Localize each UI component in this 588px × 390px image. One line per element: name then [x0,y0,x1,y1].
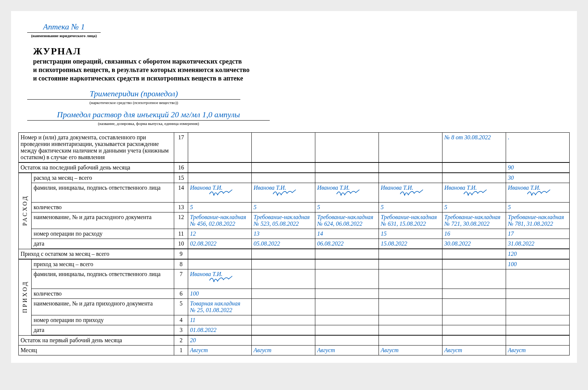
cell [379,133,442,163]
row-num: 4 [174,315,188,325]
doc-num: № 624, 06.08.2022 [317,221,362,227]
cell [442,173,506,183]
rashod-vertical: РАСХОД [19,173,32,249]
table-row: дата 3 01.08.2022 [19,325,570,336]
cell [315,335,379,346]
cell: 30.08.2022 [442,239,506,249]
cell [506,325,569,336]
row-num: 11 [174,229,188,239]
cell [506,269,569,289]
cell: Август [315,346,379,355]
doc-num: № 523, 05.08.2022 [254,221,299,227]
signature-cell: Иванова Т.И. [506,183,569,203]
cell: 11 [188,315,251,325]
cell [251,249,315,259]
journal-table: Номер и (или) дата документа, составленн… [18,132,570,355]
row-label: дата [32,325,174,336]
cell: Август [442,346,506,355]
cell: 17 [506,229,569,239]
cell: № 8 от 30.08.2022 [442,133,506,163]
row-num: 15 [174,173,188,183]
title-line3: и состояние наркотических средств и псих… [33,75,570,82]
cell [442,259,506,269]
row-num: 10 [174,239,188,249]
row-num: 7 [174,269,188,289]
cell: 13 [251,229,315,239]
cell [379,162,442,173]
prihod-vertical: ПРИХОД [19,259,32,335]
cell: 20 [188,335,251,346]
signature-name: Иванова Т.И. [190,271,223,277]
row-label: Номер и (или) дата документа, составленн… [19,133,174,163]
cell [379,315,442,325]
cell [506,335,569,346]
signature-name: Иванова Т.И. [254,185,286,191]
cell: Август [188,346,251,355]
table-row: фамилия, инициалы, подпись ответствен­но… [19,269,570,289]
doc-name: Требование-накладная [444,214,501,220]
doc-num: № 721, 30.08.2022 [444,221,490,227]
cell [188,249,251,259]
signature-name: Иванова Т.И. [444,185,477,191]
table-row: Приход с остатком за месяц – всего 9 120 [19,249,570,259]
cell [251,335,315,346]
row-label: приход за месяц – всего [32,259,174,269]
cell: 30 [506,173,569,183]
row-num: 9 [174,249,188,259]
cell [315,249,379,259]
cell: Август [379,346,442,355]
doc-name: Требование-накладная [190,214,246,220]
title-line2: и психотропных веществ, в результате кот… [33,66,570,74]
signature-cell: Иванова Т.И. [379,183,442,203]
drug-block: Тримеперидин (промедол) (наркотическое с… [27,89,240,105]
rashod-text: РАСХОД [22,195,28,226]
signature-name: Иванова Т.И. [381,185,413,191]
table-row: номер операции по приходу 4 11 [19,315,570,325]
form-block: Промедол раствор для инъекций 20 мг/мл 1… [27,110,270,126]
row-num: 8 [174,259,188,269]
cell: 01.08.2022 [188,325,251,336]
cell: 31.08.2022 [506,239,569,249]
pharmacy-name: Аптека № 1 [27,22,101,33]
doc-num: № 456, 02.08.2022 [190,221,235,227]
cell [188,173,251,183]
row-label: Остаток на последний рабочий день месяца [19,162,174,173]
row-num: 5 [174,299,188,315]
cell: 5 [188,203,251,212]
cell: 16 [442,229,506,239]
cell [251,259,315,269]
cell: 5 [506,203,569,212]
table-row: РАСХОД расход за месяц – всего 15 30 [19,173,570,183]
cell: 14 [315,229,379,239]
table-row: Номер и (или) дата документа, составленн… [19,133,570,163]
pharmacy-caption: (наименование юридического лица) [27,33,101,38]
cell [315,133,379,163]
prihod-text: ПРИХОД [22,280,28,313]
table-row: наименование, № и дата расходного доку­м… [19,212,570,229]
cell [188,259,251,269]
doc-name: Требование-накладная [254,214,310,220]
cell [251,162,315,173]
cell: 12 [188,229,251,239]
cell [315,299,379,315]
row-label: наименование, № и дата приходного докуме… [32,299,174,315]
signature-name: Иванова Т.И. [190,185,223,191]
title-main: ЖУРНАЛ [33,46,570,57]
journal-page: Аптека № 1 (наименование юридического ли… [11,11,577,363]
cell [251,299,315,315]
cell: Товарная накладная№ 25, 01.08.2022 [188,299,251,315]
cell [315,315,379,325]
cell [315,162,379,173]
cell: . [506,133,569,163]
cell: Август [251,346,315,355]
signature-name: Иванова Т.И. [508,185,541,191]
cell [379,269,442,289]
cell: Требование-накладная№ 721, 30.08.2022 [442,212,506,229]
row-label: номер операции по приходу [32,315,174,325]
cell [188,162,251,173]
cell [379,249,442,259]
cell: 5 [379,203,442,212]
table-row: количество 13 5 5 5 5 5 5 [19,203,570,212]
table-row: ПРИХОД приход за месяц – всего 8 100 [19,259,570,269]
doc-name: Требование-накладная [508,214,564,220]
